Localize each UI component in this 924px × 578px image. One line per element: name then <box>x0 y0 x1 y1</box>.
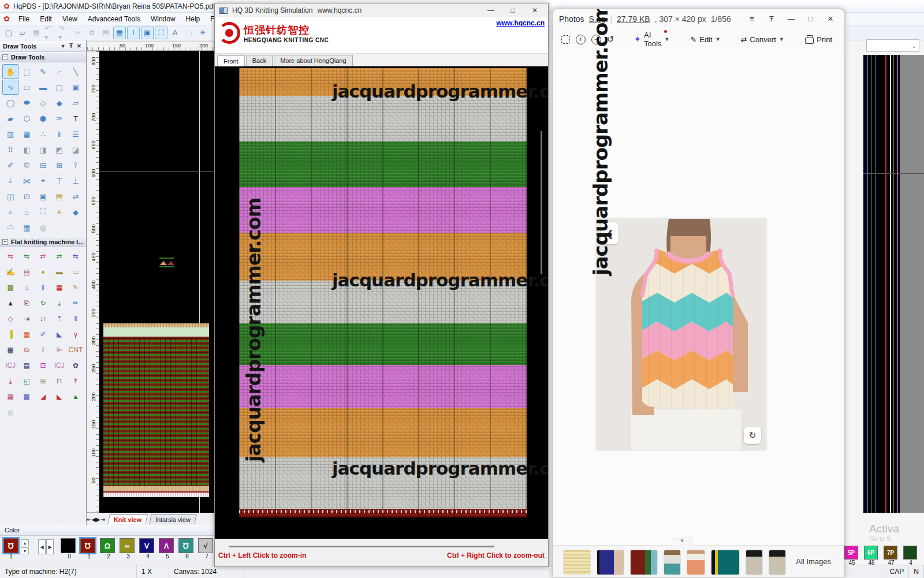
tool-icon[interactable]: ⬚ <box>18 64 35 79</box>
menu-item[interactable]: Edit <box>35 14 57 24</box>
tool-icon[interactable]: ⊞ <box>35 374 51 389</box>
tool-icon[interactable]: ∴ <box>35 126 51 141</box>
convert-button[interactable]: ⇄ Convert ▼ <box>737 33 787 46</box>
tool-icon[interactable]: ⫴ <box>35 280 51 295</box>
nav-arrow-button[interactable]: ◀ <box>91 516 96 523</box>
background-combobox[interactable]: ⌄ <box>866 39 919 52</box>
color-swatch[interactable]: √ <box>198 538 213 553</box>
tool-icon[interactable]: ◪ <box>68 142 84 157</box>
tool-icon[interactable]: ▦ <box>18 327 35 342</box>
pager-right-icon[interactable]: ▶ <box>46 539 54 554</box>
tool-icon[interactable]: ✋ <box>2 64 18 79</box>
tool-icon[interactable]: ⬢ <box>35 111 51 126</box>
toolbar-button[interactable]: ▢ <box>2 27 15 39</box>
tool-icon[interactable]: ⤓ <box>2 374 18 389</box>
tool-icon[interactable]: ✐ <box>2 158 18 173</box>
color-swatch[interactable] <box>903 546 917 560</box>
tool-icon[interactable]: ⌕ <box>2 204 18 219</box>
tool-icon[interactable]: ICJ <box>2 358 18 373</box>
toolbar-button[interactable]: ↶ ▾ <box>44 27 57 39</box>
nav-arrow-button[interactable]: ⇥ <box>100 516 105 523</box>
tool-icon[interactable]: ⋈ <box>18 173 35 188</box>
tool-icon[interactable]: ▢ <box>51 80 68 95</box>
color-swatch[interactable]: 7P <box>884 546 897 560</box>
tool-icon[interactable]: ▩ <box>2 280 18 295</box>
toolbar-button[interactable]: i <box>127 27 140 39</box>
tool-icon[interactable]: ◢ <box>35 389 51 404</box>
hq3d-tab[interactable]: Front <box>217 55 245 66</box>
knit-tools-section-header[interactable]: − Flat knitting machine t... <box>0 237 86 247</box>
tool-icon[interactable]: ↓↑ <box>35 311 51 326</box>
tool-icon[interactable]: ⛶ <box>35 204 51 219</box>
close-icon[interactable]: ✕ <box>823 14 838 23</box>
menu-item[interactable]: Advanceed Tools <box>83 14 146 24</box>
tool-icon[interactable]: ↻ <box>35 296 51 311</box>
tool-icon[interactable]: ⇆ <box>68 249 84 264</box>
color-swatch[interactable]: ℧ <box>178 538 193 553</box>
tool-icon[interactable]: ⊡ <box>35 358 51 373</box>
filmstrip-collapse-handle[interactable]: ▼ <box>672 538 692 546</box>
tool-icon[interactable]: ⬭ <box>2 220 18 235</box>
tool-icon[interactable]: ▥ <box>2 126 18 141</box>
tool-icon[interactable]: ♦ <box>35 264 51 279</box>
tool-icon[interactable]: ⊞ <box>51 158 68 173</box>
tool-icon[interactable]: ▭ <box>68 264 84 279</box>
toolbar-button[interactable]: ▱ <box>16 27 29 39</box>
maximize-icon[interactable]: □ <box>803 14 818 23</box>
tool-icon[interactable]: ✎ <box>68 280 84 295</box>
toolbar-button[interactable]: ▣ <box>141 27 154 39</box>
tool-icon[interactable]: ◇ <box>35 95 51 110</box>
rotate-image-button[interactable]: ↻ <box>744 427 761 444</box>
tool-icon[interactable]: ✍ <box>2 264 18 279</box>
tab-intarsia-view[interactable]: Intarsia view <box>150 514 198 524</box>
hqcnc-link[interactable]: www.hqcnc.cn <box>496 19 545 27</box>
tool-icon[interactable]: ✑ <box>51 111 68 126</box>
color-swatch[interactable]: Λ <box>159 538 174 553</box>
thumbnail[interactable] <box>631 550 657 575</box>
tool-icon[interactable]: ▬ <box>51 264 68 279</box>
tool-icon[interactable]: Ⅰ <box>35 342 51 357</box>
print-button[interactable]: Print <box>802 33 836 46</box>
tool-icon[interactable]: ▣ <box>35 189 51 204</box>
tool-icon[interactable]: ⇄ <box>35 249 51 264</box>
tool-icon[interactable]: ⇆ <box>2 249 18 264</box>
toolbar-button[interactable]: ⬚ <box>182 27 195 39</box>
tool-icon[interactable]: ICJ <box>51 358 68 373</box>
tool-icon[interactable]: ◆ <box>68 204 84 219</box>
tool-icon[interactable]: ◯ <box>2 95 18 110</box>
panel-close-icon[interactable]: ✕ <box>75 43 83 49</box>
nav-arrow-button[interactable]: ▶ <box>96 516 100 523</box>
color-swatch[interactable]: Ω <box>100 538 115 553</box>
zoom-in-icon[interactable]: + <box>576 32 586 47</box>
pattern-canvas[interactable] <box>99 51 214 513</box>
tool-icon[interactable]: ⌂ <box>18 280 35 295</box>
tool-icon[interactable]: ▭ <box>18 80 35 95</box>
tool-icon[interactable]: ▤ <box>51 189 68 204</box>
tool-icon[interactable]: ⇡ <box>51 311 68 326</box>
tool-icon[interactable]: T <box>68 111 84 126</box>
vertical-scrollbar-thumb[interactable] <box>541 131 542 274</box>
tool-icon[interactable]: ▩ <box>18 389 35 404</box>
tool-icon[interactable]: ◇ <box>2 311 18 326</box>
maximize-icon[interactable]: □ <box>504 6 521 14</box>
thumbnail[interactable] <box>711 550 739 575</box>
tool-icon[interactable]: ▤ <box>18 358 35 373</box>
tool-icon[interactable]: ✎ <box>35 64 51 79</box>
tool-icon[interactable]: ◩ <box>51 142 68 157</box>
menu-item[interactable]: Help <box>181 14 206 24</box>
color-swatch[interactable]: V <box>139 538 154 553</box>
toolbar-button[interactable]: ▤ <box>99 27 112 39</box>
color-swatch[interactable]: ℧ <box>80 538 95 553</box>
minimize-icon[interactable]: — <box>784 14 799 23</box>
tool-icon[interactable]: ∿ <box>2 80 18 95</box>
edit-button[interactable]: ✎ Edit ▼ <box>687 33 724 46</box>
tool-icon[interactable]: γ <box>68 327 84 342</box>
tool-icon[interactable]: ⇞ <box>68 374 84 389</box>
knit-pattern-block[interactable] <box>103 323 209 504</box>
tool-icon[interactable]: ⇆ <box>18 249 35 264</box>
tool-icon[interactable]: ⫯ <box>68 158 84 173</box>
tool-icon[interactable]: ⧉ <box>18 158 35 173</box>
tool-icon[interactable]: ▬ <box>35 80 51 95</box>
toolbar-button[interactable]: ⛶ <box>155 27 167 39</box>
draw-tools-section-header[interactable]: − Draw Tools <box>0 52 86 62</box>
